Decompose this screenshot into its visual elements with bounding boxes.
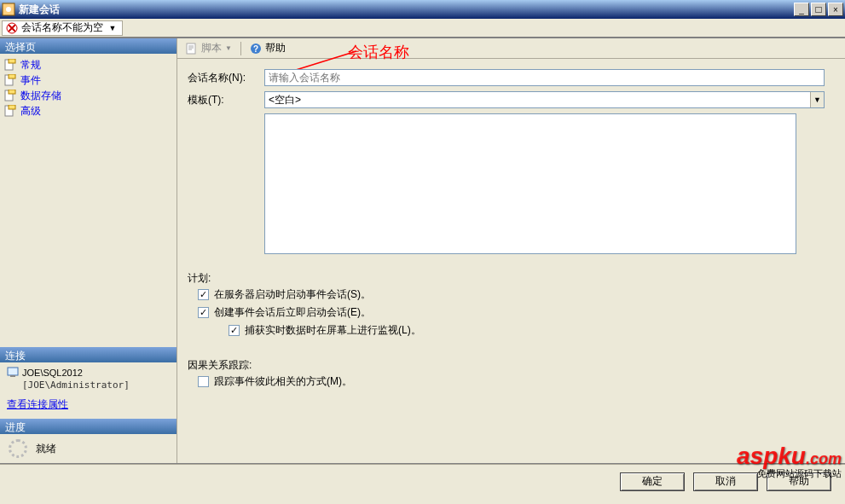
help-dialog-button[interactable]: 帮助 [767,472,831,491]
view-connection-properties-link[interactable]: 查看连接属性 [0,394,177,419]
title-bar: 新建会话 _ □ × [0,0,845,19]
nav-label: 数据存储 [20,89,61,103]
page-icon [3,89,17,102]
error-message: 会话名称不能为空 [21,20,103,35]
progress-spinner-icon [9,439,27,458]
watch-live-data-label: 捕获实时数据时在屏幕上进行监视(L)。 [245,323,421,338]
start-on-server-startup-checkbox[interactable] [198,289,209,300]
minimize-button[interactable]: _ [794,3,809,16]
nav-item-general[interactable]: 常规 [3,57,173,72]
connection-server: JOE\SQL2012 [7,366,170,379]
page-icon [3,58,17,72]
page-icon [3,104,17,118]
nav-item-storage[interactable]: 数据存储 [3,88,173,103]
window-title: 新建会话 [19,3,794,17]
track-causality-checkbox[interactable] [198,376,209,387]
left-panel: 选择页 常规 事件 数据存储 高级 连接 JOE\SQL [0,38,177,463]
select-page-header: 选择页 [0,38,177,54]
template-label: 模板(T): [188,93,264,107]
toolbar-separator [240,42,241,55]
template-description-textarea[interactable] [264,113,796,254]
svg-rect-15 [187,43,195,54]
chevron-down-icon: ▼ [225,44,232,52]
svg-text:?: ? [253,44,258,54]
script-button[interactable]: 脚本 ▼ [182,40,235,56]
start-after-create-label: 创建事件会话后立即启动会话(E)。 [214,305,371,320]
app-icon [2,3,15,16]
session-name-input[interactable] [264,69,825,86]
chevron-down-icon: ▼ [810,92,824,107]
error-icon [6,22,18,34]
nav-label: 常规 [20,58,41,72]
track-causality-label: 跟踪事件彼此相关的方式(M)。 [214,374,352,389]
button-bar: 确定 取消 帮助 [0,464,845,498]
nav-label: 事件 [20,73,41,88]
nav-label: 高级 [20,104,41,119]
svg-rect-12 [9,105,15,109]
start-on-server-startup-label: 在服务器启动时启动事件会话(S)。 [214,287,371,302]
svg-rect-6 [9,59,15,63]
cancel-button[interactable]: 取消 [693,472,758,491]
nav-item-events[interactable]: 事件 [3,72,173,88]
svg-rect-8 [9,74,15,78]
maximize-button[interactable]: □ [811,3,826,16]
toolbar: 脚本 ▼ ? 帮助 [177,38,845,59]
progress-header: 进度 [0,419,177,434]
right-panel: 脚本 ▼ ? 帮助 会话名称 会话名称(N): 模板(T): <空白> [177,38,845,463]
svg-rect-10 [9,90,15,94]
error-dropdown-icon[interactable]: ▼ [107,24,119,32]
close-button[interactable]: × [828,3,843,16]
ok-button[interactable]: 确定 [620,472,685,491]
page-icon [3,73,17,87]
watch-live-data-checkbox[interactable] [229,325,240,336]
connection-header: 连接 [0,347,177,362]
progress-status: 就绪 [36,442,56,456]
template-select[interactable]: <空白> ▼ [264,91,825,108]
svg-rect-13 [8,368,18,375]
error-bar: 会话名称不能为空 ▼ [0,19,845,38]
svg-rect-14 [10,375,15,377]
session-name-label: 会话名称(N): [188,71,264,85]
help-button[interactable]: ? 帮助 [246,40,289,56]
causality-group-label: 因果关系跟踪: [188,358,825,373]
plan-group-label: 计划: [188,271,825,286]
nav-item-advanced[interactable]: 高级 [3,103,173,119]
start-after-create-checkbox[interactable] [198,307,209,318]
connection-user: [JOE\Administrator] [7,379,170,391]
svg-point-1 [6,7,11,12]
server-icon [7,366,19,379]
